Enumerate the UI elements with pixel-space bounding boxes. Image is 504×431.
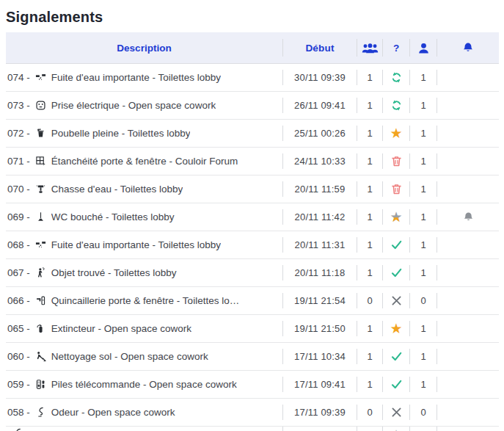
assigned-count: 1 (410, 267, 437, 278)
table-row[interactable]: 070 - Chasse d'eau - Toilettes lobby 20/… (6, 175, 499, 203)
table-row[interactable]: 066 - Quincaillerie porte & fenêtre - To… (6, 287, 499, 315)
column-header-start[interactable]: Début (283, 43, 357, 54)
status-recycle-icon (390, 71, 403, 84)
people-count (357, 427, 382, 428)
report-description: Objet trouvé - Toilettes lobby (51, 267, 177, 278)
status-cell[interactable]: ★ (383, 322, 409, 336)
notification-cell[interactable] (437, 427, 499, 428)
assigned-count: 0 (410, 295, 437, 306)
status-cell[interactable] (383, 267, 409, 279)
people-count: 0 (357, 295, 382, 306)
door-handle-icon (35, 295, 46, 306)
report-description: Extincteur - Open space cowork (51, 323, 191, 334)
user-icon (417, 42, 430, 54)
notification-cell[interactable] (437, 211, 499, 222)
status-cell[interactable]: ★★ (383, 427, 409, 431)
people-count: 1 (357, 267, 382, 278)
status-cell[interactable] (383, 350, 409, 363)
status-star-icon: ★ (390, 126, 402, 140)
outlet-icon (35, 100, 46, 111)
status-check-icon (390, 267, 403, 279)
table-row[interactable]: 060 - Nettoyage sol - Open space cowork … (6, 343, 499, 371)
assigned-count: 1 (410, 351, 437, 362)
status-cell[interactable] (383, 99, 409, 112)
people-count: 1 (357, 211, 382, 222)
report-number: 071 - (7, 156, 30, 167)
status-cell[interactable] (383, 183, 409, 195)
report-description: Piles télécommande - Open space cowork (51, 379, 237, 390)
start-datetime: 20/11 11:31 (283, 239, 357, 250)
assigned-count: 0 (410, 407, 437, 418)
status-cell[interactable] (383, 294, 409, 307)
table-row[interactable]: 073 - Prise électrique - Open space cowo… (6, 92, 499, 120)
column-header-status[interactable]: ? (383, 43, 409, 54)
plunger-icon (35, 211, 46, 222)
status-x-icon (390, 406, 403, 419)
trash-full-icon (35, 128, 46, 139)
window-icon (35, 156, 46, 167)
column-divider (437, 321, 437, 336)
report-description: Quincaillerie porte & fenêtre - Toilette… (51, 295, 239, 306)
bell-icon (462, 42, 474, 54)
report-description: WC bouché - Toilettes lobby (51, 211, 175, 222)
report-number: 073 - (7, 100, 30, 111)
flush-icon (35, 184, 46, 195)
column-divider (437, 126, 437, 141)
column-header-notifications[interactable] (437, 42, 499, 54)
start-datetime: 19/11 21:50 (283, 323, 357, 334)
bell-icon (463, 211, 474, 222)
report-number: 066 - (7, 295, 30, 306)
pipe-leak-icon (35, 239, 46, 250)
people-count: 1 (357, 379, 382, 390)
report-description: Étanchéité porte & fenêtre - Couloir For… (51, 156, 238, 167)
status-cell[interactable] (383, 155, 409, 167)
table-row[interactable]: 068 - Fuite d'eau importante - Toilettes… (6, 231, 499, 259)
status-trash-icon (390, 155, 403, 167)
people-count: 1 (357, 100, 382, 111)
table-row[interactable]: 058 - Odeur - Open space cowork 17/11 09… (6, 399, 499, 427)
assigned-count: 1 (410, 100, 437, 111)
column-divider (437, 377, 437, 392)
people-count: 1 (357, 323, 382, 334)
remote-icon (35, 379, 46, 390)
status-check-icon (390, 378, 403, 391)
column-divider (437, 153, 437, 169)
table-row[interactable]: ★★ (6, 427, 499, 431)
users-group-icon (362, 43, 379, 54)
person-question-icon (35, 267, 46, 278)
page-title: Signalements (6, 7, 499, 26)
table-row[interactable]: 067 - Objet trouvé - Toilettes lobby 20/… (6, 259, 499, 287)
pipe-leak-icon (35, 72, 46, 83)
status-cell[interactable] (383, 239, 409, 251)
table-row[interactable]: 065 - Extincteur - Open space cowork 19/… (6, 315, 499, 343)
start-datetime: 17/11 10:34 (283, 351, 357, 362)
table-row[interactable]: 069 - WC bouché - Toilettes lobby 20/11 … (6, 203, 499, 231)
assigned-count: 1 (410, 184, 437, 195)
status-star-icon: ★ (390, 322, 402, 336)
status-cell[interactable] (383, 378, 409, 391)
people-count: 1 (357, 128, 382, 139)
status-cell[interactable]: ★★ (383, 210, 409, 224)
status-cell[interactable]: ★ (383, 126, 409, 140)
table-row[interactable]: 071 - Étanchéité porte & fenêtre - Coulo… (6, 148, 499, 175)
start-datetime: 17/11 09:39 (283, 407, 357, 418)
column-header-description[interactable]: Description (6, 43, 282, 54)
report-number: 059 - (7, 379, 30, 390)
status-check-icon (390, 239, 403, 251)
start-datetime: 17/11 09:41 (283, 379, 357, 390)
report-number: 070 - (7, 184, 30, 195)
signalements-table: Description Début ? 074 - Fuite d' (6, 32, 499, 431)
table-header-row: Description Début ? (6, 32, 499, 64)
people-count: 1 (357, 72, 382, 83)
column-divider (437, 405, 437, 420)
status-cell[interactable] (383, 406, 409, 419)
table-row[interactable]: 059 - Piles télécommande - Open space co… (6, 371, 499, 399)
table-row[interactable]: 074 - Fuite d'eau importante - Toilettes… (6, 64, 499, 92)
status-trash-icon (390, 183, 403, 195)
column-header-people[interactable] (357, 43, 382, 54)
status-cell[interactable] (383, 71, 409, 84)
report-description: Poubelle pleine - Toilettes lobby (51, 128, 191, 139)
table-row[interactable]: 072 - Poubelle pleine - Toilettes lobby … (6, 120, 499, 148)
column-divider (437, 237, 437, 253)
column-header-assignee[interactable] (410, 42, 437, 54)
